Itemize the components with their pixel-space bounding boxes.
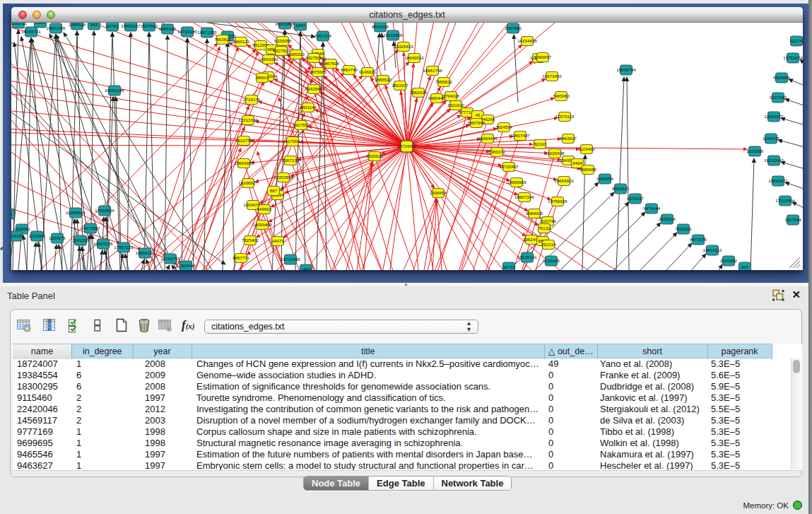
svg-text:3875685: 3875685 bbox=[310, 69, 327, 74]
svg-text:9242848: 9242848 bbox=[305, 86, 323, 91]
svg-text:9227343: 9227343 bbox=[770, 95, 787, 100]
svg-text:8464: 8464 bbox=[572, 160, 582, 165]
svg-text:15692971: 15692971 bbox=[768, 178, 788, 183]
svg-text:16961758: 16961758 bbox=[423, 68, 442, 73]
svg-text:10719185: 10719185 bbox=[177, 29, 197, 34]
svg-text:2718176: 2718176 bbox=[243, 97, 261, 102]
svg-text:8427552: 8427552 bbox=[293, 122, 310, 127]
svg-text:75132: 75132 bbox=[538, 226, 551, 230]
svg-text:17016504: 17016504 bbox=[775, 198, 795, 203]
svg-text:9115460: 9115460 bbox=[578, 146, 595, 151]
svg-text:12505135: 12505135 bbox=[93, 241, 113, 246]
svg-text:417006: 417006 bbox=[286, 139, 300, 144]
svg-text:10807487: 10807487 bbox=[510, 133, 530, 138]
svg-text:963: 963 bbox=[90, 23, 98, 27]
svg-text:6379197: 6379197 bbox=[627, 196, 645, 201]
svg-text:8660123: 8660123 bbox=[233, 39, 250, 44]
svg-text:18724007: 18724007 bbox=[397, 144, 417, 148]
svg-text:8186323: 8186323 bbox=[288, 52, 305, 57]
svg-text:12213369: 12213369 bbox=[238, 117, 258, 122]
svg-text:9529966: 9529966 bbox=[773, 75, 791, 80]
svg-text:10688609: 10688609 bbox=[507, 180, 526, 185]
svg-text:8813054: 8813054 bbox=[372, 24, 389, 29]
svg-text:2867608: 2867608 bbox=[322, 61, 340, 66]
svg-text:947: 947 bbox=[741, 264, 749, 269]
svg-text:7955812: 7955812 bbox=[435, 79, 453, 84]
svg-text:19218506: 19218506 bbox=[383, 33, 403, 37]
svg-text:12975115: 12975115 bbox=[555, 114, 575, 119]
svg-text:2155721: 2155721 bbox=[11, 23, 28, 25]
svg-text:9699695: 9699695 bbox=[579, 167, 597, 172]
svg-text:1527602: 1527602 bbox=[141, 23, 158, 28]
svg-text:1145193: 1145193 bbox=[72, 238, 89, 243]
svg-text:10760: 10760 bbox=[106, 23, 119, 28]
svg-text:62160: 62160 bbox=[534, 141, 546, 146]
svg-text:16033809: 16033809 bbox=[275, 23, 295, 26]
svg-text:887: 887 bbox=[270, 188, 278, 193]
svg-text:6897568: 6897568 bbox=[468, 120, 486, 125]
svg-text:1244415: 1244415 bbox=[763, 136, 780, 141]
svg-text:12093872: 12093872 bbox=[764, 114, 784, 119]
svg-text:9327508: 9327508 bbox=[305, 55, 323, 60]
svg-text:2935114: 2935114 bbox=[659, 216, 676, 221]
svg-text:10958117: 10958117 bbox=[135, 250, 155, 255]
svg-text:8267130: 8267130 bbox=[282, 158, 300, 163]
svg-text:1120746: 1120746 bbox=[539, 218, 556, 223]
svg-text:19654985: 19654985 bbox=[234, 160, 254, 165]
svg-text:9084006: 9084006 bbox=[526, 211, 543, 216]
svg-text:10653267: 10653267 bbox=[121, 23, 141, 28]
svg-text:9457771: 9457771 bbox=[233, 255, 250, 260]
svg-text:1460: 1460 bbox=[301, 267, 311, 270]
svg-text:15751074: 15751074 bbox=[783, 55, 803, 60]
svg-text:8471676: 8471676 bbox=[690, 237, 707, 242]
svg-text:7663822: 7663822 bbox=[214, 37, 232, 42]
svg-text:1938454: 1938454 bbox=[430, 190, 447, 195]
svg-text:7632621: 7632621 bbox=[675, 226, 693, 231]
svg-text:9463627: 9463627 bbox=[560, 136, 577, 141]
svg-text:10025438: 10025438 bbox=[545, 151, 565, 156]
svg-text:1610755: 1610755 bbox=[235, 138, 253, 143]
svg-text:549822: 549822 bbox=[257, 206, 272, 211]
svg-text:15716485: 15716485 bbox=[281, 257, 300, 262]
svg-text:1294275: 1294275 bbox=[49, 235, 66, 240]
svg-text:16753: 16753 bbox=[502, 264, 515, 269]
svg-text:11923448: 11923448 bbox=[176, 263, 196, 268]
svg-text:16154838: 16154838 bbox=[517, 38, 537, 43]
svg-text:20364436: 20364436 bbox=[478, 136, 498, 141]
svg-text:8938923: 8938923 bbox=[612, 186, 630, 191]
svg-text:1399867: 1399867 bbox=[534, 54, 552, 59]
svg-text:16210643: 16210643 bbox=[764, 158, 784, 163]
svg-text:17957223: 17957223 bbox=[114, 245, 134, 250]
svg-text:1167534: 1167534 bbox=[784, 217, 801, 222]
svg-text:10654112: 10654112 bbox=[702, 247, 722, 252]
svg-text:7386372: 7386372 bbox=[488, 149, 506, 154]
svg-text:15136141: 15136141 bbox=[517, 255, 537, 259]
svg-text:3215958: 3215958 bbox=[746, 148, 764, 153]
svg-text:12353594: 12353594 bbox=[273, 175, 293, 180]
svg-text:1804: 1804 bbox=[295, 23, 305, 28]
svg-text:1530025: 1530025 bbox=[366, 153, 384, 158]
svg-text:1905: 1905 bbox=[35, 23, 45, 25]
svg-text:1562615: 1562615 bbox=[410, 90, 428, 95]
svg-text:3822037: 3822037 bbox=[392, 83, 409, 88]
svg-text:2803144: 2803144 bbox=[300, 105, 317, 110]
svg-text:1069514: 1069514 bbox=[69, 23, 86, 27]
svg-text:6466160: 6466160 bbox=[159, 26, 177, 31]
svg-text:16648784: 16648784 bbox=[616, 67, 636, 72]
svg-text:16671355: 16671355 bbox=[197, 30, 217, 35]
svg-text:9146821: 9146821 bbox=[359, 69, 377, 74]
svg-text:19756928: 19756928 bbox=[548, 199, 567, 204]
svg-text:2087682: 2087682 bbox=[505, 25, 522, 30]
svg-text:19166827: 19166827 bbox=[238, 180, 258, 185]
svg-text:9245652: 9245652 bbox=[720, 258, 738, 263]
svg-text:939159: 939159 bbox=[11, 233, 24, 238]
svg-text:10975857: 10975857 bbox=[81, 226, 100, 230]
svg-text:6794028: 6794028 bbox=[442, 93, 460, 98]
svg-text:14099469: 14099469 bbox=[252, 222, 272, 227]
svg-text:9474444: 9474444 bbox=[643, 206, 661, 211]
svg-text:1335061: 1335061 bbox=[13, 226, 31, 231]
svg-text:7625402: 7625402 bbox=[242, 238, 259, 243]
svg-text:1621022: 1621022 bbox=[447, 103, 465, 107]
svg-text:13325419: 13325419 bbox=[394, 44, 413, 49]
svg-text:19654923: 19654923 bbox=[554, 178, 574, 183]
